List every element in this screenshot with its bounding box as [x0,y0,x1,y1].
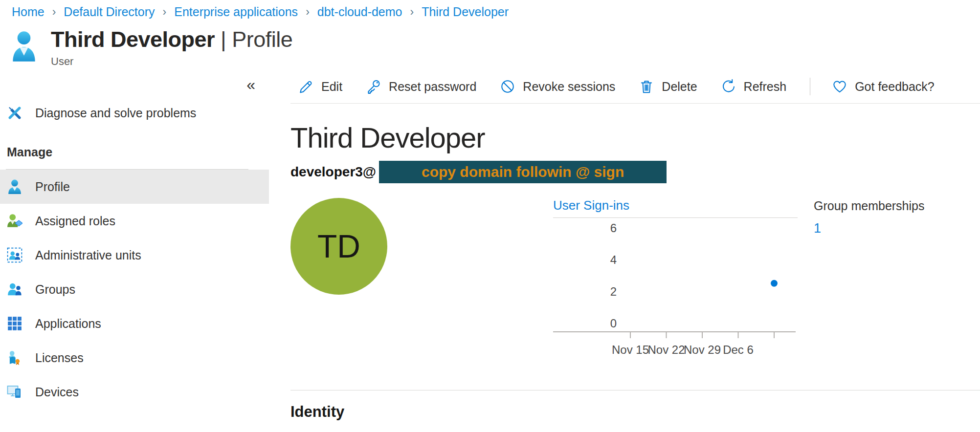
y-tick-label: 2 [610,285,617,298]
y-tick-label: 0 [610,317,617,330]
x-tick-label: Nov 15 [612,343,649,356]
group-memberships-label: Group memberships [814,199,924,213]
administrative-units-icon [7,247,22,263]
sidebar-item-diagnose[interactable]: Diagnose and solve problems [0,101,269,125]
devices-icon [7,384,22,400]
block-icon [500,79,515,94]
toolbar-button-label: Edit [321,80,342,94]
assigned-roles-icon [7,213,22,229]
breadcrumb-enterprise-applications[interactable]: Enterprise applications [174,5,298,19]
sidebar-item-label: Administrative units [35,248,141,262]
sidebar-item-licenses[interactable]: Licenses [0,341,269,375]
breadcrumb-separator: › [52,5,56,19]
key-icon [366,79,381,94]
y-tick-label: 4 [610,253,617,266]
sidebar-item-label: Applications [35,317,101,331]
x-tick-label: Nov 29 [684,343,721,356]
sidebar-item-administrative-units[interactable]: Administrative units [0,238,269,272]
got-feedback-button[interactable]: Got feedback? [832,79,935,94]
toolbar-button-label: Revoke sessions [523,80,615,94]
applications-grid-icon [7,316,22,331]
user-sign-ins-chart: User Sign-ins 6 4 2 0 Nov 15 Nov 22 [553,198,798,367]
breadcrumb-third-developer[interactable]: Third Developer [422,5,509,19]
profile-person-icon [7,179,22,194]
sidebar-item-label: Licenses [35,351,84,365]
sidebar-item-label: Assigned roles [35,214,115,228]
sidebar-item-label: Devices [35,385,79,399]
sign-ins-scatter-plot: 6 4 2 0 Nov 15 Nov 22 Nov 29 Dec 6 [553,218,798,365]
reset-password-button[interactable]: Reset password [366,79,476,94]
groups-icon [7,281,22,297]
group-memberships-count-link[interactable]: 1 [814,221,924,236]
breadcrumb-default-directory[interactable]: Default Directory [64,5,155,19]
sidebar-collapse-button[interactable]: « [246,77,255,92]
user-principal-name: developer3@ copy domain followin @ sign [290,161,980,183]
sidebar-item-label: Groups [35,282,75,297]
x-tick-label: Nov 22 [647,343,685,356]
signin-data-point [771,280,778,287]
breadcrumb: Home › Default Directory › Enterprise ap… [0,0,980,19]
licenses-icon [7,350,22,366]
user-avatar-icon [11,31,37,62]
avatar: TD [290,198,387,295]
toolbar-button-label: Delete [662,80,697,94]
toolbar-separator [810,78,810,95]
revoke-sessions-button[interactable]: Revoke sessions [500,79,615,94]
pencil-icon [298,79,314,94]
upn-prefix: developer3@ [290,164,376,180]
profile-summary-row: TD User Sign-ins 6 4 2 0 Nov 15 [290,198,980,367]
page-header: Third Developer | Profile User [11,27,980,68]
trash-icon [639,79,654,94]
breadcrumb-separator: › [163,5,167,19]
object-type-label: User [51,55,292,68]
group-memberships-block: Group memberships 1 [814,198,924,367]
sidebar-item-label: Diagnose and solve problems [35,106,196,120]
sidebar-item-groups[interactable]: Groups [0,272,269,306]
user-display-name: Third Developer [290,121,980,154]
breadcrumb-separator: › [410,5,414,19]
sidebar-item-label: Profile [35,180,70,194]
user-profile-page: Home › Default Directory › Enterprise ap… [0,0,980,432]
command-toolbar: Edit Reset password Revoke sessions [290,71,980,104]
sidebar-item-assigned-roles[interactable]: Assigned roles [0,204,269,238]
sidebar-item-devices[interactable]: Devices [0,375,269,409]
sidebar-item-applications[interactable]: Applications [0,306,269,341]
edit-button[interactable]: Edit [298,79,342,94]
x-tick-label: Dec 6 [723,343,754,356]
sidebar-item-profile[interactable]: Profile [0,170,269,204]
toolbar-button-label: Got feedback? [855,80,935,94]
heart-icon [832,79,847,94]
toolbar-button-label: Reset password [389,80,476,94]
page-title-name: Third Developer [51,27,215,52]
breadcrumb-separator: › [306,5,310,19]
sidebar-section-manage: Manage [7,145,269,159]
wrench-screwdriver-icon [7,105,22,121]
breadcrumb-dbt-cloud-demo[interactable]: dbt-cloud-demo [317,5,402,19]
page-title-section: | Profile [215,27,292,52]
domain-redaction-overlay: copy domain followin @ sign [379,161,667,183]
sidebar: « Diagnose and solve problems Manage [0,71,269,421]
page-title: Third Developer | Profile [51,27,292,52]
breadcrumb-home[interactable]: Home [12,5,45,19]
section-divider [290,390,980,390]
identity-section-heading: Identity [290,403,980,421]
user-sign-ins-link[interactable]: User Sign-ins [553,198,798,218]
y-tick-label: 6 [610,221,617,235]
delete-button[interactable]: Delete [639,79,697,94]
content-pane: Edit Reset password Revoke sessions [269,71,980,421]
toolbar-button-label: Refresh [744,80,787,94]
refresh-icon [721,79,736,94]
refresh-button[interactable]: Refresh [721,79,787,94]
